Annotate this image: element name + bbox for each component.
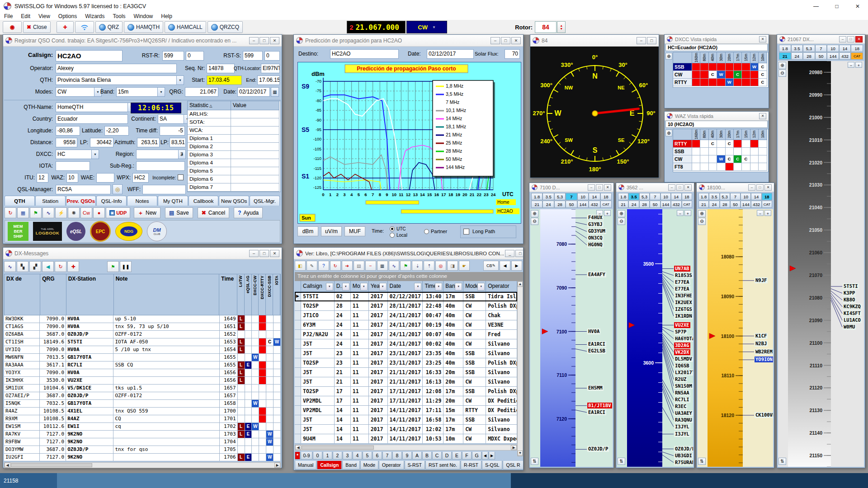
maximize-icon[interactable]: □ (847, 36, 854, 42)
compass-dial[interactable]: 0°30°60°90°120°150°180°210°240°270°300°3… (530, 47, 660, 178)
cluster-button[interactable]: ✺ (68, 207, 80, 218)
close-icon[interactable]: ✕ (847, 0, 868, 12)
spot-hv0a[interactable]: HV0A (587, 328, 600, 334)
log-map-button[interactable]: ⚑ (400, 261, 411, 271)
alpha-tab-e[interactable]: E (452, 452, 462, 460)
field-tab-r-rst[interactable]: R-RST (461, 461, 481, 469)
spot-r1853s[interactable]: R1853S (674, 272, 693, 278)
spot-oz0jd-p[interactable]: OZ0JD/P (674, 446, 693, 452)
pause-button[interactable]: ❚❚ (120, 261, 132, 272)
announce-button[interactable]: ▞ (29, 261, 41, 272)
frequency-scale[interactable] (788, 61, 831, 467)
scroll-thumb[interactable] (11, 463, 92, 467)
band-button-1.8[interactable]: 1.8 (779, 45, 791, 52)
graph-button[interactable]: ∿ (42, 207, 54, 218)
field-tab-s-rst[interactable]: S-RST (405, 461, 425, 469)
field-tab-s-qsl[interactable]: S-QSL (482, 461, 503, 469)
minimize-icon[interactable]: – (839, 36, 846, 42)
band-button-3.5[interactable]: 3.5 (791, 45, 803, 52)
band-col-80m[interactable]: 80m (700, 129, 708, 140)
value-field[interactable]: EI97NT (261, 64, 280, 73)
solar-flux-field[interactable]: 70 (505, 49, 520, 59)
value-field[interactable]: Ecuador (56, 114, 128, 124)
value-field[interactable] (136, 150, 179, 159)
band-button-7[interactable]: 7 (815, 45, 827, 52)
scale-minus-button[interactable]: − (677, 210, 684, 216)
value-field[interactable]: Provincia Santa Elena (56, 75, 177, 85)
mode-label-ssb[interactable]: SSB (673, 148, 692, 155)
alpha-tab-f[interactable]: F (462, 452, 472, 460)
log-row[interactable]: TO2SP1711201717/11/201712:0817mSSBPolish… (295, 387, 517, 396)
value-field[interactable]: RC5A (56, 185, 111, 194)
band-button-50[interactable]: 50 (650, 201, 660, 208)
dx-row[interactable]: R9FBW7127.09K2NO1704W (4, 438, 281, 446)
mode-label-ssb[interactable]: SSB (673, 63, 692, 71)
value-field[interactable]: -5 (160, 126, 185, 136)
maximize-icon[interactable]: □ (596, 184, 603, 191)
dx-row[interactable]: CT1ISH18149.65T5TIIOTA AF-0501653LCW (4, 338, 281, 346)
band-col-80m[interactable]: 80m (700, 52, 708, 63)
spot-ik1rdn[interactable]: IK1RDN (674, 313, 693, 319)
value-field[interactable]: -2,20 (104, 126, 129, 136)
close-icon[interactable]: ✕ (511, 37, 521, 44)
maximize-icon[interactable]: □ (259, 250, 269, 257)
zoom-in-icon[interactable]: ⊕ (531, 210, 538, 217)
band-button-28[interactable]: 28 (554, 201, 566, 208)
tab-qsl-mgr-[interactable]: QSL-Mgr. (250, 196, 280, 206)
band-button-18[interactable]: 18 (682, 193, 692, 200)
spot-r3ec[interactable]: R3EC (674, 404, 687, 409)
log-row[interactable]: JT1CO2411201724/11/201700:4740mCWChak (295, 311, 517, 320)
spot-eg2lsb[interactable]: EG2LSB (587, 348, 606, 354)
value-field[interactable]: 9558 (56, 138, 77, 147)
dx-row[interactable]: YO3YX7090.0HV0A1656L (4, 369, 281, 377)
tab-my-qth[interactable]: My QTH (158, 196, 188, 206)
alpha-tab-d[interactable]: D (442, 452, 452, 460)
band-col-15m[interactable]: 15m (742, 52, 750, 63)
spot-lx2017tram[interactable]: LX2017TRAM (674, 370, 693, 375)
v2-field[interactable]: 0 (186, 51, 204, 61)
spot-81-jt1bv[interactable]: 81/JT1BV (587, 403, 612, 408)
filter-chevron-icon[interactable]: ▼ (435, 283, 442, 291)
value-field[interactable]: 15m (116, 87, 158, 97)
log-row[interactable]: PJ2/NA2U2411201724/11/201700:0740mCWFred (295, 330, 517, 339)
spot-un7ab[interactable]: UN7AB (674, 266, 690, 272)
close-icon[interactable]: ✕ (764, 184, 772, 191)
scale-minus-button[interactable]: − (757, 210, 764, 216)
alpha-tab-2[interactable]: 2 (333, 452, 342, 460)
mode-selector[interactable]: CW ▼ (406, 21, 447, 33)
value-field[interactable]: 12 (37, 173, 48, 183)
frequency-scale[interactable] (540, 209, 576, 467)
scale-minus-button[interactable]: − (848, 62, 854, 68)
minimize-icon[interactable]: – (249, 37, 259, 44)
band-button-5-3[interactable]: 5,3 (803, 45, 815, 52)
spot-hg0nq[interactable]: HG0NQ (587, 242, 604, 248)
radio-partner[interactable] (424, 229, 429, 234)
nav-first-button[interactable]: ◀ (500, 261, 510, 271)
menu-item-wizards[interactable]: Wizards (81, 13, 108, 19)
radio-local[interactable] (390, 233, 395, 238)
alpha-tab-4[interactable]: 4 (353, 452, 362, 460)
value-field[interactable]: 30442 (90, 138, 113, 147)
scroll-right-icon[interactable]: ▶ (511, 445, 517, 450)
mode-label-rtty[interactable]: RTTY (673, 140, 692, 148)
band-button-144[interactable]: 144 (741, 201, 751, 208)
log-cb-button[interactable]: CB✎ (483, 261, 499, 271)
spot-r2uz[interactable]: R2UZ (674, 376, 687, 382)
tab-qsl-info[interactable]: QSL-Info (96, 196, 127, 206)
value-field[interactable]: HC2AO (56, 50, 123, 61)
spot-iz6tgs[interactable]: IZ6TGS (674, 306, 693, 312)
alpha-tab-0[interactable]: 0 (313, 452, 322, 460)
band-col-30m[interactable]: 30m (717, 52, 725, 63)
value-field[interactable]: HC2 (132, 173, 149, 183)
dx-row[interactable]: IU2GFI7127.09K2NO1706LEW (4, 454, 281, 461)
log-refresh-button[interactable]: ↻ (330, 261, 341, 271)
spot-ea1rci[interactable]: EA1RCI (587, 341, 606, 347)
power-button[interactable]: ◉ (3, 21, 22, 33)
zoom-in-icon[interactable]: ⊕ (698, 210, 706, 217)
tuner-button[interactable]: ▚ (17, 261, 28, 272)
log-notes-button[interactable]: ▤ (354, 261, 364, 271)
spot-ck100vda[interactable]: CK100VDA (755, 412, 773, 418)
band-button-144[interactable]: 144 (660, 201, 671, 208)
map-button[interactable]: ⚑ (107, 261, 119, 272)
band-button-144[interactable]: 144 (577, 201, 589, 208)
